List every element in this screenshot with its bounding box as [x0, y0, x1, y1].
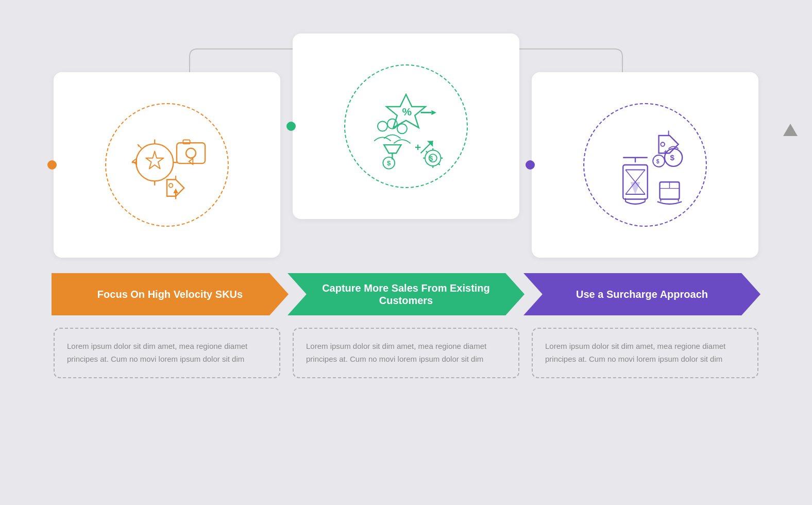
- cards-row: %: [25, 72, 787, 258]
- desc-box-2: Lorem ipsum dolor sit dim amet, mea regi…: [293, 328, 519, 378]
- svg-point-24: [397, 124, 407, 133]
- surcharge-icon: $ $ +: [596, 116, 694, 214]
- svg-text:$: $: [656, 159, 659, 164]
- svg-text:+: +: [664, 148, 668, 156]
- svg-point-22: [378, 122, 387, 131]
- svg-marker-25: [384, 145, 401, 153]
- arrows-row: Focus On High Velocity SKUs Capture More…: [25, 273, 787, 315]
- card1-dashed-circle: [105, 103, 229, 227]
- svg-line-39: [438, 163, 440, 165]
- right-arrow-indicator: [783, 124, 798, 136]
- svg-text:$: $: [387, 159, 391, 167]
- svg-point-9: [186, 148, 196, 158]
- card2-dashed-circle: %: [344, 64, 468, 188]
- svg-point-41: [661, 142, 665, 146]
- velocity-sku-icon: [118, 116, 216, 214]
- arrow-item-1: Focus On High Velocity SKUs: [52, 273, 289, 315]
- svg-point-13: [169, 183, 173, 188]
- card3-connector-dot: [526, 160, 535, 170]
- card3-dashed-circle: $ $ +: [583, 103, 707, 227]
- chevron-surcharge-label: Use a Surcharge Approach: [576, 288, 708, 300]
- desc-box-1: Lorem ipsum dolor sit dim amet, mea regi…: [54, 328, 280, 378]
- svg-text:$: $: [430, 155, 433, 162]
- svg-point-2: [136, 144, 173, 181]
- chevron-velocity-label: Focus On High Velocity SKUs: [97, 288, 243, 300]
- chevron-velocity: Focus On High Velocity SKUs: [52, 273, 289, 315]
- descriptions-row: Lorem ipsum dolor sit dim amet, mea regi…: [25, 328, 787, 378]
- card2-connector-dot: [286, 122, 296, 131]
- desc-text-3: Lorem ipsum dolor sit dim amet, mea regi…: [545, 340, 745, 366]
- desc-text-1: Lorem ipsum dolor sit dim amet, mea regi…: [67, 340, 267, 366]
- svg-line-38: [426, 151, 428, 153]
- desc-box-3: Lorem ipsum dolor sit dim amet, mea regi…: [532, 328, 758, 378]
- chevron-sales-label: Capture More Sales From Existing Custome…: [318, 282, 494, 307]
- svg-marker-53: [631, 182, 640, 194]
- svg-marker-7: [146, 151, 163, 169]
- card-surcharge: $ $ +: [532, 72, 758, 258]
- svg-marker-16: [173, 189, 178, 194]
- desc-text-2: Lorem ipsum dolor sit dim amet, mea regi…: [306, 340, 506, 366]
- card-focus-velocity: [54, 72, 280, 258]
- svg-text:$: $: [670, 153, 674, 162]
- svg-text:%: %: [402, 106, 412, 117]
- chevron-surcharge: Use a Surcharge Approach: [523, 273, 760, 315]
- svg-marker-21: [431, 110, 436, 115]
- svg-point-23: [387, 119, 397, 129]
- arrow-item-2: Capture More Sales From Existing Custome…: [287, 273, 525, 315]
- infographic-container: %: [25, 31, 787, 474]
- arrow-item-3: Use a Surcharge Approach: [523, 273, 760, 315]
- main-content: %: [25, 31, 787, 378]
- chevron-sales: Capture More Sales From Existing Custome…: [287, 273, 525, 315]
- sales-customers-icon: %: [357, 77, 455, 175]
- card-capture-sales: %: [293, 33, 519, 219]
- triangle-up-icon: [783, 124, 798, 136]
- svg-text:+: +: [415, 141, 421, 153]
- card1-connector-dot: [47, 160, 57, 170]
